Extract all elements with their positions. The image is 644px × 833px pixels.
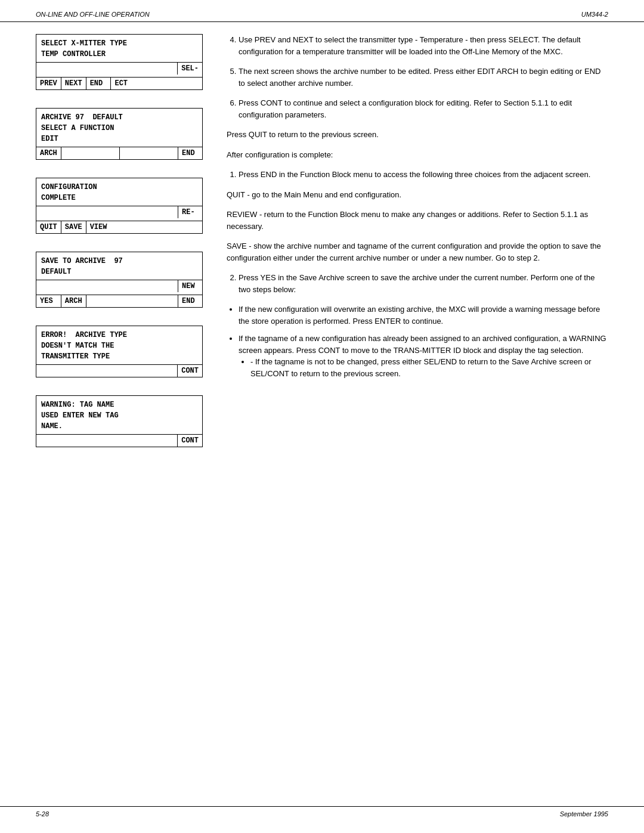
after-complete-list: Press END in the Function Block menu to … (227, 169, 608, 181)
screen-configuration: CONFIGURATION COMPLETE RE- QUIT SAVE VIE… (36, 178, 203, 234)
screen-config-line-1: CONFIGURATION (41, 182, 197, 193)
btn-cont-warn[interactable]: CONT (178, 435, 202, 447)
left-column: SELECT X-MITTER TYPE TEMP CONTROLLER SEL… (36, 34, 203, 447)
btn-next[interactable]: NEXT (61, 78, 86, 89)
quit-return-text: Press QUIT to return to the previous scr… (227, 129, 608, 141)
screen-save-buttons-bot: YES ARCH END (36, 295, 202, 307)
btn-prev[interactable]: PREV (36, 78, 61, 89)
screen-config-buttons-top: RE- (36, 206, 202, 218)
btn-re[interactable]: RE- (178, 206, 202, 218)
header-left: ON-LINE AND OFF-LINE OPERATION (36, 11, 150, 18)
btn-quit[interactable]: QUIT (36, 221, 61, 233)
btn-cont-err[interactable]: CONT (178, 365, 202, 377)
screen-x-mitter-type: SELECT X-MITTER TYPE TEMP CONTROLLER SEL… (36, 34, 203, 90)
list-item-6-text: Press CONT to continue and select a conf… (239, 98, 572, 119)
screen-warn-line-1: WARNING: TAG NAME (41, 400, 197, 410)
screen-warn-buttons: CONT (36, 434, 202, 447)
btn-save[interactable]: SAVE (61, 221, 86, 233)
screen-x-mitter-content: SELECT X-MITTER TYPE TEMP CONTROLLER (36, 35, 202, 60)
screen-save-line-2: DEFAULT (41, 267, 197, 277)
screen-archive-buttons: ARCH END (36, 147, 202, 159)
btn-end[interactable]: END (86, 78, 112, 89)
screen-err-line-3: TRANSMITTER TYPE (41, 351, 197, 362)
screen-save-line-1: SAVE TO ARCHIVE 97 (41, 256, 197, 267)
screen-config-content: CONFIGURATION COMPLETE (36, 178, 202, 203)
screen-warn-line-2: USED ENTER NEW TAG (41, 410, 197, 421)
screen-warning-tag: WARNING: TAG NAME USED ENTER NEW TAG NAM… (36, 395, 203, 447)
after-config-text: After configuration is complete: (227, 149, 608, 161)
screen-config-line-2: COMPLETE (41, 193, 197, 203)
screen-archive-97: ARCHIVE 97 DEFAULT SELECT A FUNCTION EDI… (36, 108, 203, 160)
list-item-1-text: Press END in the Function Block menu to … (239, 170, 590, 179)
btn-end2[interactable]: END (178, 295, 202, 307)
content-area: SELECT X-MITTER TYPE TEMP CONTROLLER SEL… (0, 22, 644, 459)
review-desc: REVIEW - return to the Function Block me… (227, 209, 608, 232)
sub-bullet-item: If the tagname is not to be changed, pre… (250, 356, 608, 379)
btn-sp4 (36, 280, 178, 292)
btn-arch[interactable]: ARCH (36, 147, 61, 159)
screen-warn-content: WARNING: TAG NAME USED ENTER NEW TAG NAM… (36, 396, 202, 432)
screen-error-content: ERROR! ARCHIVE TYPE DOESN'T MATCH THE TR… (36, 326, 202, 362)
header-right: UM344-2 (581, 11, 608, 18)
screen-err-line-1: ERROR! ARCHIVE TYPE (41, 330, 197, 340)
btn-yes[interactable]: YES (36, 295, 61, 307)
btn-sp3 (36, 206, 178, 218)
quit-desc: QUIT - go to the Main Menu and end confi… (227, 189, 608, 201)
btn-sp2 (120, 147, 178, 159)
list-item-5-text: The next screen shows the archive number… (239, 67, 600, 88)
btn-sel[interactable]: SEL- (178, 63, 202, 75)
screen-line-2: TEMP CONTROLLER (41, 49, 197, 60)
footer-left: 5-28 (36, 810, 49, 817)
page-footer: 5-28 September 1995 (0, 806, 644, 821)
list-item-1: Press END in the Function Block menu to … (239, 169, 608, 181)
screen-x-mitter-buttons-top: SEL- (36, 62, 202, 75)
btn-sp7 (36, 435, 178, 447)
screen-config-buttons-bot: QUIT SAVE VIEW (36, 221, 202, 233)
screen-line-1: SELECT X-MITTER TYPE (41, 38, 197, 49)
btn-sp5 (86, 295, 178, 307)
btn-arch2[interactable]: ARCH (61, 295, 86, 307)
step2-item: Press YES in the Save Archive screen to … (239, 272, 608, 295)
screen-error-archive: ERROR! ARCHIVE TYPE DOESN'T MATCH THE TR… (36, 326, 203, 377)
sub-bullet-text: If the tagname is not to be changed, pre… (250, 357, 592, 378)
btn-ect[interactable]: ECT (111, 78, 135, 89)
screen-err-line-2: DOESN'T MATCH THE (41, 340, 197, 351)
list-item-5: The next screen shows the archive number… (239, 66, 608, 89)
bullet-text-2: If the tagname of a new configuration ha… (239, 334, 606, 355)
footer-right: September 1995 (560, 810, 608, 817)
list-item-6: Press CONT to continue and select a conf… (239, 97, 608, 120)
screen-error-buttons: CONT (36, 364, 202, 377)
screen-save-buttons-top: NEW (36, 280, 202, 292)
bullet-item-1: If the new configuration will overwrite … (239, 304, 608, 327)
btn-sp6 (36, 365, 178, 377)
btn-spacer (36, 63, 178, 75)
btn-sp1 (61, 147, 120, 159)
step2-text: Press YES in the Save Archive screen to … (239, 273, 595, 294)
bullet-list: If the new configuration will overwrite … (227, 304, 608, 379)
screen-x-mitter-buttons-bot: PREV NEXT END ECT (36, 77, 202, 89)
btn-view[interactable]: VIEW (86, 221, 111, 233)
screen-arch-line-2: SELECT A FUNCTION (41, 123, 197, 134)
screen-save-content: SAVE TO ARCHIVE 97 DEFAULT (36, 252, 202, 277)
screen-save-archive: SAVE TO ARCHIVE 97 DEFAULT NEW YES ARCH … (36, 252, 203, 308)
list-item-4-text: Use PREV and NEXT to select the transmit… (239, 35, 581, 56)
page-header: ON-LINE AND OFF-LINE OPERATION UM344-2 (0, 0, 644, 22)
list-item-4: Use PREV and NEXT to select the transmit… (239, 34, 608, 57)
screen-arch-line-3: EDIT (41, 134, 197, 144)
right-column: Use PREV and NEXT to select the transmit… (221, 34, 608, 447)
numbered-list: Use PREV and NEXT to select the transmit… (227, 34, 608, 120)
bullet-item-2: If the tagname of a new configuration ha… (239, 333, 608, 379)
bullet-text-1: If the new configuration will overwrite … (239, 305, 600, 326)
screen-archive-content: ARCHIVE 97 DEFAULT SELECT A FUNCTION EDI… (36, 109, 202, 144)
screen-warn-line-3: NAME. (41, 421, 197, 432)
save-desc: SAVE - show the archive number and tagna… (227, 240, 608, 264)
screen-arch-line-1: ARCHIVE 97 DEFAULT (41, 112, 197, 123)
sub-bullet-list: If the tagname is not to be changed, pre… (239, 356, 608, 379)
btn-end-arch[interactable]: END (178, 147, 202, 159)
step2-list: Press YES in the Save Archive screen to … (227, 272, 608, 295)
btn-new[interactable]: NEW (178, 280, 202, 292)
